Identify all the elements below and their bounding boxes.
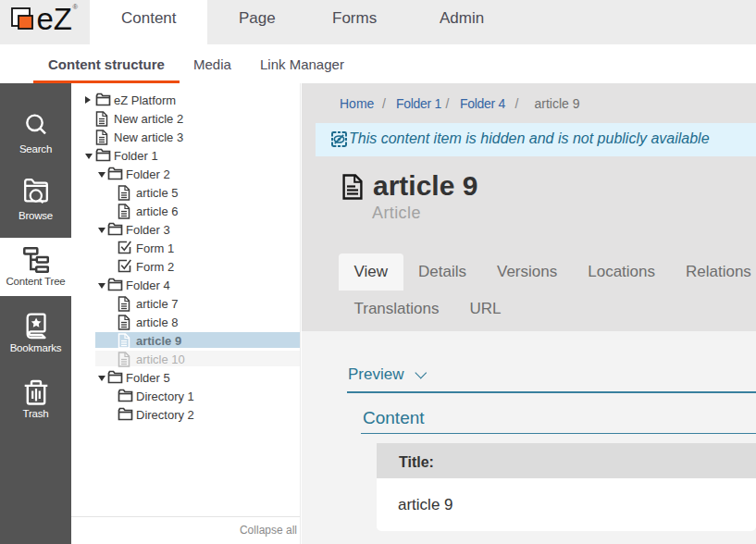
svg-text:eZ: eZ: [37, 2, 73, 36]
svg-text:®: ®: [73, 3, 79, 11]
